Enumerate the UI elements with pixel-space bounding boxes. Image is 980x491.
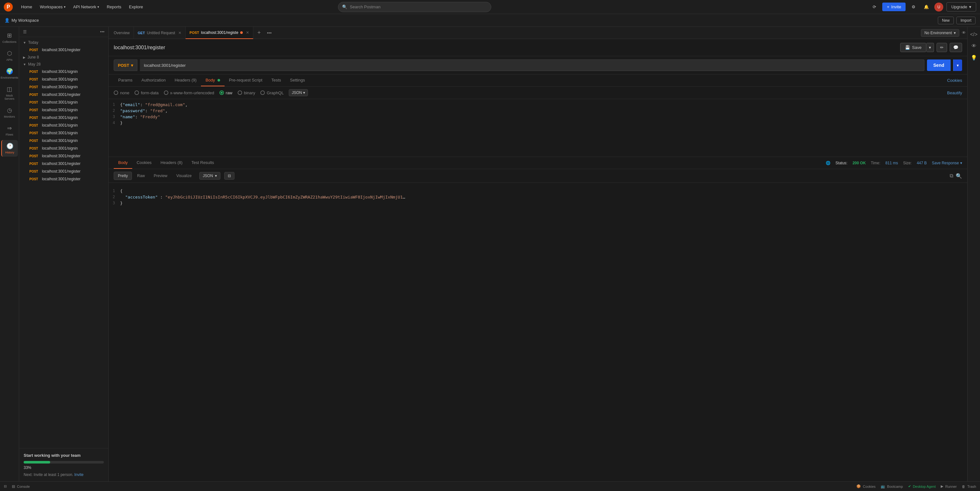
bottom-bootcamp[interactable]: 📺 Bootcamp — [881, 484, 903, 488]
req-tab-params[interactable]: Params — [114, 75, 137, 86]
bottom-runner[interactable]: ▶ Runner — [941, 484, 957, 488]
sidebar-item-flows[interactable]: ⇒ Flows — [1, 122, 18, 139]
history-item[interactable]: POST localhost:3001/signin — [19, 99, 108, 106]
bottom-cookies[interactable]: 🍪 Cookies — [856, 484, 875, 488]
invite-link[interactable]: Invite — [75, 472, 84, 477]
history-item[interactable]: POST localhost:3001/signin — [19, 106, 108, 114]
body-option-urlencoded[interactable]: x-www-form-urlencoded — [164, 91, 214, 95]
body-option-raw[interactable]: raw — [220, 91, 232, 95]
new-tab-button[interactable]: + — [255, 29, 264, 37]
send-button[interactable]: Send — [927, 59, 951, 71]
bottom-desktop-agent[interactable]: ✔ Desktop Agent — [908, 484, 936, 488]
history-group-may28-header[interactable]: ▼ May 28 — [19, 61, 108, 68]
send-dropdown-button[interactable]: ▾ — [953, 59, 962, 71]
body-option-none[interactable]: none — [114, 91, 129, 95]
json-type-selector[interactable]: JSON ▾ — [289, 89, 308, 96]
tab-overview[interactable]: Overview — [110, 27, 134, 39]
rs-eye-icon[interactable]: 👁 — [969, 41, 979, 51]
nav-reports[interactable]: Reports — [103, 3, 124, 11]
fmt-tab-raw[interactable]: Raw — [133, 172, 148, 180]
bottom-trash[interactable]: 🗑 Trash — [962, 485, 976, 488]
settings-icon[interactable]: ⚙ — [909, 2, 918, 12]
history-item[interactable]: POST localhost:3001/signin — [19, 129, 108, 137]
fmt-tab-preview[interactable]: Preview — [150, 172, 171, 180]
filter-icon-btn[interactable]: ⊟ — [224, 172, 234, 180]
cookies-link[interactable]: Cookies — [947, 78, 962, 83]
env-eye-icon[interactable]: 👁 — [962, 30, 966, 35]
sidebar-item-collections[interactable]: ⊞ Collections — [1, 29, 18, 46]
bottom-layout-icon[interactable]: ⊟ — [4, 484, 7, 488]
sidebar-item-apis[interactable]: ⬡ APIs — [1, 47, 18, 64]
history-item[interactable]: POST localhost:3001/register — [19, 46, 108, 54]
history-item[interactable]: POST localhost:3001/register — [19, 160, 108, 167]
history-item[interactable]: POST localhost:3001/register — [19, 167, 108, 175]
more-tabs-icon[interactable]: ••• — [265, 29, 274, 37]
history-item[interactable]: POST localhost:3001/register — [19, 152, 108, 160]
history-item[interactable]: POST localhost:3001/signin — [19, 137, 108, 145]
response-format-selector[interactable]: JSON ▾ — [199, 172, 220, 180]
sidebar-item-mock-servers[interactable]: ◫ Mock Servers — [1, 83, 18, 103]
tab-untitled-request[interactable]: GET Untitled Request ✕ — [134, 27, 186, 39]
req-tab-settings[interactable]: Settings — [286, 75, 310, 86]
beautify-button[interactable]: Beautify — [947, 91, 962, 95]
save-button[interactable]: 💾 Save — [900, 43, 926, 52]
nav-api-network[interactable]: API Network ▾ — [70, 3, 102, 11]
body-option-binary[interactable]: binary — [238, 91, 255, 95]
resp-tab-test-results[interactable]: Test Results — [187, 157, 218, 169]
history-item[interactable]: POST localhost:3001/signin — [19, 68, 108, 75]
body-option-graphql[interactable]: GraphQL — [260, 91, 284, 95]
sidebar-item-monitors[interactable]: ◷ Monitors — [1, 104, 18, 121]
history-item[interactable]: POST localhost:3001/register — [19, 175, 108, 183]
rs-code-icon[interactable]: </> — [969, 29, 979, 40]
nav-workspaces[interactable]: Workspaces ▾ — [37, 3, 69, 11]
sync-icon[interactable]: ⟳ — [869, 2, 879, 12]
history-item[interactable]: POST localhost:3001/signin — [19, 83, 108, 91]
sidebar-item-history[interactable]: 🕐 History — [1, 140, 18, 157]
import-button[interactable]: Import — [956, 17, 975, 24]
invite-button[interactable]: + Invite — [882, 3, 905, 11]
notifications-icon[interactable]: 🔔 — [921, 2, 931, 12]
comments-icon-btn[interactable]: 💬 — [950, 43, 962, 52]
req-tab-headers[interactable]: Headers (9) — [170, 75, 201, 86]
history-item[interactable]: POST localhost:3001/signin — [19, 114, 108, 121]
bottom-console[interactable]: ▤ Console — [12, 484, 30, 488]
sidebar-more-icon[interactable]: ••• — [100, 29, 105, 34]
tab-register[interactable]: POST localhost:3001/registe ✕ — [186, 27, 253, 39]
search-response-icon[interactable]: 🔍 — [956, 173, 962, 179]
body-option-form-data[interactable]: form-data — [134, 91, 159, 95]
save-response-button[interactable]: Save Response ▾ — [932, 161, 962, 165]
history-group-today-header[interactable]: ▼ Today — [19, 39, 108, 46]
history-item[interactable]: POST localhost:3001/signin — [19, 75, 108, 83]
request-body-editor[interactable]: 1 {"email": "fred@gmail.com", 2 "passwor… — [108, 99, 967, 157]
upgrade-button[interactable]: Upgrade ▾ — [947, 2, 976, 11]
tab-close-icon[interactable]: ✕ — [178, 31, 181, 35]
resp-tab-headers[interactable]: Headers (8) — [156, 157, 187, 169]
fmt-tab-pretty[interactable]: Pretty — [114, 172, 132, 180]
history-item[interactable]: POST localhost:3001/register — [19, 91, 108, 99]
method-selector[interactable]: POST ▾ — [114, 59, 137, 71]
req-tab-tests[interactable]: Tests — [267, 75, 285, 86]
url-input[interactable] — [140, 59, 924, 71]
save-dropdown-button[interactable]: ▾ — [926, 43, 934, 52]
req-tab-pre-request[interactable]: Pre-request Script — [224, 75, 267, 86]
resp-tab-cookies[interactable]: Cookies — [132, 157, 156, 169]
new-button[interactable]: New — [938, 17, 954, 24]
history-item[interactable]: POST localhost:3001/signin — [19, 121, 108, 129]
edit-icon-btn[interactable]: ✏ — [937, 43, 947, 52]
copy-response-icon[interactable]: ⧉ — [950, 173, 953, 179]
environment-selector[interactable]: No Environment ▾ — [921, 29, 959, 37]
search-bar[interactable]: 🔍 Search Postman — [338, 2, 491, 12]
req-tab-body[interactable]: Body — [201, 75, 224, 86]
resp-tab-body[interactable]: Body — [114, 157, 132, 169]
nav-explore[interactable]: Explore — [126, 3, 146, 11]
nav-home[interactable]: Home — [18, 3, 35, 11]
sidebar-item-environments[interactable]: 🌍 Environments — [1, 65, 18, 82]
filter-icon[interactable]: ☰ — [23, 29, 27, 34]
avatar[interactable]: U — [934, 3, 943, 11]
rs-lightbulb-icon[interactable]: 💡 — [969, 53, 979, 63]
req-tab-authorization[interactable]: Authorization — [137, 75, 170, 86]
history-group-june8-header[interactable]: ▶ June 8 — [19, 54, 108, 61]
tab-close-active-icon[interactable]: ✕ — [246, 30, 249, 35]
history-item[interactable]: POST localhost:3001/signin — [19, 145, 108, 152]
fmt-tab-visualize[interactable]: Visualize — [172, 172, 196, 180]
